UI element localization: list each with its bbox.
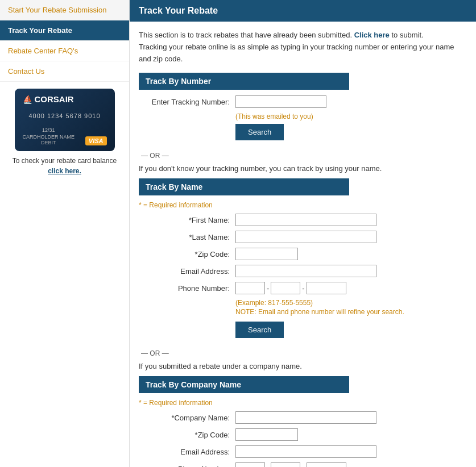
card-type: DEBIT (23, 140, 75, 145)
zip-name-input[interactable] (235, 248, 298, 260)
phone-company-inputs: - - (235, 462, 346, 467)
phone-company-area[interactable] (235, 462, 265, 467)
track-by-name-intro: If you don't know your tracking number, … (139, 164, 467, 173)
req-note-name: * = Required information (139, 201, 467, 209)
corsair-logo-text: CORSAIR (35, 94, 74, 104)
card-number: 4000 1234 5678 9010 (23, 112, 107, 119)
phone-company-row: Phone Number: - - (139, 462, 467, 467)
phone-company-label: Phone Number: (139, 465, 235, 467)
sidebar-item-track[interactable]: Track Your Rebate (0, 20, 129, 41)
page-header: Track Your Rebate (130, 0, 476, 22)
phone-company-sep-1: - (266, 465, 270, 467)
card-section: ⛵ CORSAIR 4000 1234 5678 9010 12/31 CARD… (0, 82, 129, 183)
tracking-number-label: Enter Tracking Number: (139, 98, 235, 106)
zip-name-row: *Zip Code: (139, 248, 467, 260)
phone-name-example: (Example: 817-555-5555) (235, 299, 467, 307)
track-by-number-section: Track By Number Enter Tracking Number: (… (139, 73, 467, 146)
last-name-label: *Last Name: (139, 233, 235, 241)
sidebar-item-faq[interactable]: Rebate Center FAQ's (0, 41, 129, 61)
track-by-name-header: Track By Name (139, 178, 349, 195)
company-name-row: *Company Name: (139, 411, 467, 424)
zip-company-input[interactable] (235, 428, 298, 441)
email-company-row: Email Address: (139, 445, 467, 458)
email-name-row: Email Address: (139, 265, 467, 277)
page-title: Track Your Rebate (139, 6, 218, 15)
search-button-name[interactable]: Search (235, 322, 284, 338)
zip-name-label: *Zip Code: (139, 250, 235, 258)
phone-name-note: NOTE: Email and phone number will refine… (235, 308, 467, 316)
req-note-company: * = Required information (139, 399, 467, 407)
intro-text: This section is to track rebates that ha… (139, 30, 467, 65)
card-holder: CARDHOLDER NAME (23, 134, 75, 140)
zip-company-row: *Zip Code: (139, 428, 467, 441)
intro-line2: Tracking your rebate online is as simple… (139, 43, 454, 63)
phone-company-prefix[interactable] (271, 462, 300, 467)
first-name-label: *First Name: (139, 216, 235, 224)
visa-badge: VISA (85, 136, 107, 145)
company-name-label: *Company Name: (139, 414, 235, 422)
zip-company-label: *Zip Code: (139, 431, 235, 439)
track-by-number-header: Track By Number (139, 73, 349, 90)
phone-name-label: Phone Number: (139, 284, 235, 293)
card-bottom: 12/31 CARDHOLDER NAME DEBIT VISA (23, 127, 107, 145)
main-content: Track Your Rebate This section is to tra… (130, 0, 476, 467)
card-balance-link[interactable]: click here. (48, 167, 81, 175)
company-name-input[interactable] (235, 411, 376, 424)
phone-company-sep-2: - (301, 465, 305, 467)
phone-name-area[interactable] (235, 282, 265, 294)
intro-submit: to submit. (390, 31, 424, 39)
email-company-label: Email Address: (139, 448, 235, 456)
tracking-hint: (This was emailed to you) (235, 112, 467, 120)
last-name-row: *Last Name: (139, 231, 467, 243)
rebate-card: ⛵ CORSAIR 4000 1234 5678 9010 12/31 CARD… (15, 89, 115, 151)
track-by-name-section: Track By Name * = Required information *… (139, 178, 467, 344)
phone-name-inputs: - - (235, 282, 346, 294)
track-by-company-header: Track By Company Name (139, 376, 349, 393)
track-by-company-section: Track By Company Name * = Required infor… (139, 376, 467, 467)
phone-company-line[interactable] (307, 462, 346, 467)
sidebar: Start Your Rebate Submission Track Your … (0, 0, 130, 467)
sidebar-item-start[interactable]: Start Your Rebate Submission (0, 0, 129, 20)
or-divider-2: — OR — (139, 349, 467, 357)
sidebar-item-contact[interactable]: Contact Us (0, 61, 129, 82)
phone-name-line[interactable] (307, 282, 346, 294)
or-divider-1: — OR — (139, 152, 467, 160)
content-area: This section is to track rebates that ha… (130, 22, 476, 467)
tracking-number-row: Enter Tracking Number: (139, 95, 467, 108)
phone-name-row: Phone Number: - - (139, 282, 467, 294)
email-name-label: Email Address: (139, 267, 235, 276)
first-name-row: *First Name: (139, 214, 467, 226)
last-name-input[interactable] (235, 231, 376, 243)
card-expiry: 12/31 (23, 127, 75, 133)
card-balance-text: To check your rebate card balance click … (7, 156, 122, 176)
intro-line1: This section is to track rebates that ha… (139, 31, 352, 39)
phone-sep-2: - (301, 284, 305, 293)
search-button-number[interactable]: Search (235, 124, 284, 140)
phone-name-prefix[interactable] (271, 282, 300, 294)
tracking-number-input[interactable] (235, 95, 326, 108)
email-company-input[interactable] (235, 445, 376, 458)
corsair-logo-icon: ⛵ (23, 95, 32, 104)
first-name-input[interactable] (235, 214, 376, 226)
card-logo: ⛵ CORSAIR (23, 94, 107, 104)
email-name-input[interactable] (235, 265, 376, 277)
intro-click-link[interactable]: Click here (354, 31, 390, 39)
track-by-company-intro: If you submitted a rebate under a compan… (139, 362, 467, 370)
phone-sep-1: - (266, 284, 270, 293)
